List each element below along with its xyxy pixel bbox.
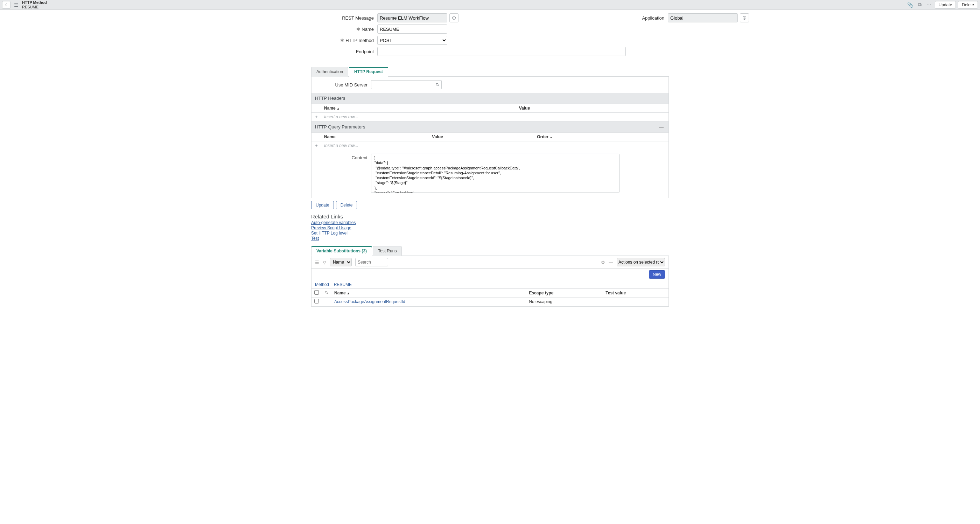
delete-button-top[interactable]: Delete [958,1,978,9]
var-escape-value: No escaping [526,298,603,306]
update-button[interactable]: Update [311,201,334,209]
add-header-row-button[interactable]: + [312,113,321,121]
link-test[interactable]: Test [311,236,669,241]
http-request-panel: Use MID Server ⚙ HTTP Headers — Name▲ Va… [311,76,669,198]
update-button-top[interactable]: Update [935,1,956,9]
more-icon[interactable]: ⋯ [925,2,933,8]
tabstrip: Authentication HTTP Request [311,67,669,76]
table-row[interactable]: AccessPackageAssignmentRequestId No esca… [312,298,668,306]
action-buttons: Update Delete [311,201,669,209]
filter-icon[interactable]: ▽ [323,260,326,265]
sort-asc-icon: ▲ [337,107,340,110]
topbar-left: ☰ HTTP Method RESUME [2,0,47,9]
search-field-select[interactable]: Name [330,258,352,266]
mid-server-field[interactable] [371,80,433,89]
http-method-select[interactable]: POST [377,36,447,45]
mid-server-label: Use MID Server [312,82,371,88]
content-textarea[interactable] [371,154,619,193]
back-button[interactable] [2,1,11,9]
tab-http-request[interactable]: HTTP Request [349,67,388,76]
rest-message-field[interactable] [377,13,447,22]
query-col-name[interactable]: Name [321,133,429,142]
required-indicator: ✱ [340,38,344,43]
var-col-name[interactable]: Name▲ [331,289,526,298]
var-col-escape[interactable]: Escape type [526,289,603,298]
svg-point-6 [436,83,438,85]
menu-icon[interactable]: ☰ [13,2,20,8]
link-set-http-log-level[interactable]: Set HTTP Log level [311,231,669,236]
minus-icon[interactable]: — [659,96,663,101]
rest-message-info-button[interactable] [449,13,458,22]
lower-tabstrip: Variable Substitutions (3) Test Runs [311,246,669,256]
rest-message-label: REST Message [224,15,377,21]
attachment-icon[interactable]: 📎 [906,2,915,8]
page-subtitle: RESUME [22,5,47,9]
new-button[interactable]: New [649,270,665,279]
required-indicator: ✱ [356,27,360,32]
select-all-checkbox[interactable] [314,290,319,295]
http-query-table: Name Value Order▲ + Insert a new row... [312,132,668,150]
topbar-right: 📎 ⧉ ⋯ Update Delete [906,1,978,9]
content-label: Content [312,154,371,193]
http-query-title: HTTP Query Parameters [315,124,365,129]
gear-icon[interactable]: ⚙ [601,260,605,265]
page-title-block: HTTP Method RESUME [22,0,47,9]
list-breadcrumb[interactable]: Method = RESUME [311,281,669,288]
related-links-header: Related Links [311,213,669,220]
info-icon [452,16,456,20]
headers-col-name[interactable]: Name▲ [321,104,516,113]
http-headers-title: HTTP Headers [315,96,345,101]
tab-test-runs[interactable]: Test Runs [373,246,402,256]
svg-line-7 [438,85,439,86]
content-wrap: Authentication HTTP Request Use MID Serv… [311,67,669,307]
endpoint-field[interactable] [377,47,626,56]
var-name-link[interactable]: AccessPackageAssignmentRequestId [334,299,405,304]
tab-authentication[interactable]: Authentication [311,67,348,76]
http-headers-section-header: HTTP Headers — [312,93,668,104]
row-checkbox[interactable] [314,299,319,304]
insert-row-placeholder[interactable]: Insert a new row... [321,142,668,150]
headers-col-value[interactable]: Value [516,104,668,113]
activity-icon[interactable]: ⧉ [916,1,923,8]
add-query-row-button[interactable]: + [312,142,321,150]
variable-substitutions-table: Name▲ Escape type Test value AccessPacka… [312,288,668,306]
add-column [312,133,321,142]
http-query-section-header: HTTP Query Parameters — [312,121,668,132]
mid-server-lookup-button[interactable] [433,80,442,89]
search-icon[interactable] [325,290,329,295]
var-col-testval[interactable]: Test value [603,289,668,298]
application-field[interactable] [668,13,738,22]
tab-variable-substitutions[interactable]: Variable Substitutions (3) [311,246,372,256]
delete-button[interactable]: Delete [336,201,357,209]
page-title: HTTP Method [22,0,47,5]
var-testval-value [603,298,668,306]
link-preview-script-usage[interactable]: Preview Script Usage [311,225,669,230]
row-info-icon[interactable] [321,298,331,306]
info-icon [742,16,746,20]
query-col-value[interactable]: Value [429,133,534,142]
actions-select[interactable]: Actions on selected rows... [617,258,665,266]
query-col-order[interactable]: Order▲ [534,133,668,142]
chevron-left-icon [4,3,8,7]
list-search-input[interactable] [355,258,388,266]
name-label: ✱Name [224,27,377,32]
http-headers-table: Name▲ Value + Insert a new row... [312,104,668,121]
minus-icon[interactable]: — [609,260,613,265]
sort-asc-icon: ▲ [347,291,350,295]
list-menu-icon[interactable]: ☰ [315,260,319,265]
add-column [312,104,321,113]
endpoint-label: Endpoint [224,49,377,54]
link-auto-generate-variables[interactable]: Auto-generate variables [311,220,669,225]
list-toolbar: ☰ ▽ Name ⚙ — Actions on selected rows... [311,256,669,269]
row-search-column [321,289,331,298]
http-method-label: ✱HTTP method [224,38,377,43]
insert-row-placeholder[interactable]: Insert a new row... [321,113,668,121]
svg-line-9 [327,293,328,294]
top-bar: ☰ HTTP Method RESUME 📎 ⧉ ⋯ Update Delete [0,0,980,10]
minus-icon[interactable]: — [659,124,663,129]
application-label: Application [626,15,668,21]
select-all-column [312,289,321,298]
application-info-button[interactable] [740,13,749,22]
form-area: REST Message ✱Name ✱HTTP method POST End… [0,10,980,60]
name-field[interactable] [377,24,447,33]
